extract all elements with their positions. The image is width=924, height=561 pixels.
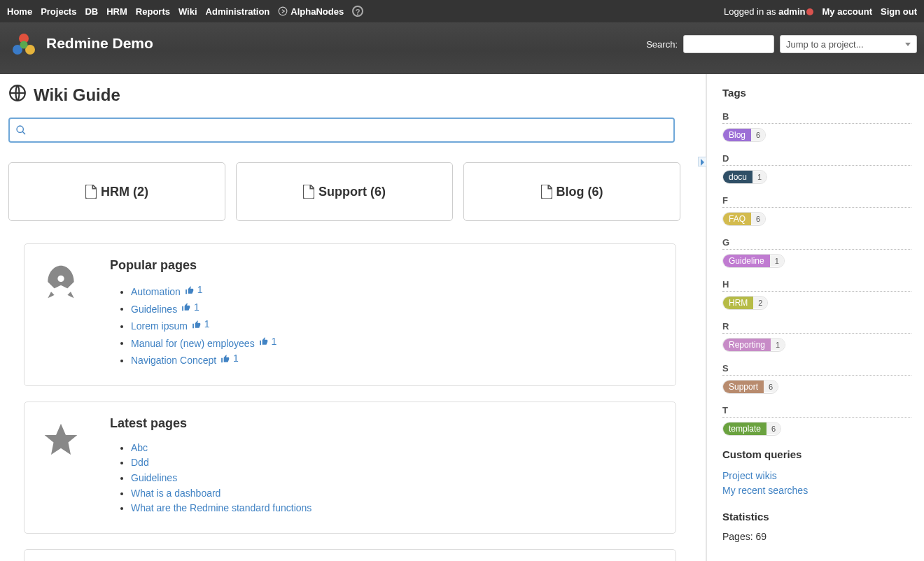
tag-name: docu <box>723 171 752 183</box>
tag-name: HRM <box>723 297 753 309</box>
sidebar-collapse-handle[interactable] <box>698 157 706 166</box>
page-title: Wiki Guide <box>8 84 692 106</box>
likes-count: 1 <box>204 317 210 332</box>
nav-projects[interactable]: Projects <box>41 6 76 17</box>
svg-point-4 <box>20 41 28 49</box>
statistics-pages: Pages: 69 <box>722 531 911 542</box>
nav-db[interactable]: DB <box>85 6 98 17</box>
page-link[interactable]: Manual for (new) employees <box>131 337 255 348</box>
nav-reports[interactable]: Reports <box>136 6 170 17</box>
likes: 1 <box>192 317 210 332</box>
panel-latest: Latest pages Abc Ddd Guidelines What is … <box>24 402 676 534</box>
user-status-dot-icon <box>806 8 813 15</box>
nav-hrm[interactable]: HRM <box>106 6 127 17</box>
logged-in-user[interactable]: admin <box>778 6 805 17</box>
tag-letter: R <box>722 317 911 334</box>
app-title[interactable]: Redmine Demo <box>46 35 153 52</box>
nav-sign-out[interactable]: Sign out <box>881 6 917 17</box>
tag-count: 6 <box>751 129 765 141</box>
popular-list: Automation 1 Guidelines 1 Lorem ipsum 1 … <box>110 283 276 369</box>
wiki-search-input[interactable] <box>27 119 668 141</box>
nav-my-account[interactable]: My account <box>822 6 872 17</box>
search-label: Search: <box>646 39 678 50</box>
panel-heading: Popular pages <box>110 258 276 273</box>
likes: 1 <box>220 351 239 367</box>
tag-pill[interactable]: FAQ6 <box>722 212 766 226</box>
tag-name: template <box>723 422 766 435</box>
svg-point-6 <box>17 126 23 132</box>
page-link[interactable]: Automation <box>131 286 181 297</box>
help-icon[interactable]: ? <box>352 6 363 17</box>
list-item: What are the Redmine standard functions <box>131 501 312 516</box>
custom-query-link[interactable]: My recent searches <box>722 485 808 496</box>
tag-pill[interactable]: template6 <box>722 422 781 436</box>
page-link[interactable]: Ddd <box>131 457 149 468</box>
global-search-input[interactable] <box>683 35 774 53</box>
list-item: Navigation Concept 1 <box>131 351 276 369</box>
tag-name: FAQ <box>723 213 751 225</box>
nav-home[interactable]: Home <box>7 6 32 17</box>
tag-letter: T <box>722 401 911 418</box>
tag-count: 2 <box>753 297 767 308</box>
page-link[interactable]: Guidelines <box>131 303 177 314</box>
page-link[interactable]: Lorem ipsum <box>131 320 188 332</box>
card-support[interactable]: Support (6) <box>236 162 453 221</box>
likes-count: 1 <box>194 300 200 315</box>
arrow-circle-icon <box>278 6 288 16</box>
rocket-icon <box>38 258 83 369</box>
card-label: HRM (2) <box>101 185 148 199</box>
list-item: Automation 1 <box>131 283 276 300</box>
page-link[interactable]: Navigation Concept <box>131 355 216 366</box>
nav-wiki[interactable]: Wiki <box>178 6 197 17</box>
chevron-down-icon <box>905 43 911 46</box>
thumbs-up-icon <box>185 285 195 295</box>
project-jump-select[interactable]: Jump to a project... <box>780 35 917 53</box>
tag-name: Support <box>723 381 764 393</box>
thumbs-up-icon <box>192 320 202 329</box>
tag-letter: D <box>722 149 911 166</box>
page-title-text: Wiki Guide <box>34 85 120 105</box>
page-icon <box>85 185 97 199</box>
wiki-search-box[interactable] <box>8 118 675 143</box>
nav-administration[interactable]: Administration <box>206 6 270 17</box>
tag-count: 1 <box>752 171 766 183</box>
list-item: Lorem ipsum 1 <box>131 317 276 334</box>
tag-pill[interactable]: Support6 <box>722 380 778 394</box>
tag-name: Guideline <box>723 255 770 267</box>
latest-list: Abc Ddd Guidelines What is a dashboard W… <box>110 441 312 516</box>
custom-query-link[interactable]: Project wikis <box>722 470 777 481</box>
tag-pill[interactable]: Blog6 <box>722 128 766 142</box>
category-cards: HRM (2) Support (6) Blog (6) <box>8 162 692 221</box>
custom-queries-list: Project wikis My recent searches <box>722 469 911 498</box>
sidebar: Tags BBlog6Ddocu1FFAQ6GGuideline1HHRM2RR… <box>707 74 924 561</box>
thumbs-up-icon <box>259 336 269 346</box>
tag-count: 6 <box>764 381 778 392</box>
card-hrm[interactable]: HRM (2) <box>8 162 225 221</box>
likes: 1 <box>181 300 200 315</box>
main-content: Wiki Guide HRM (2) Support (6) Blog (6) <box>0 74 707 561</box>
tag-pill[interactable]: Reporting1 <box>722 338 785 352</box>
tag-pill[interactable]: docu1 <box>722 170 767 184</box>
tag-pill[interactable]: HRM2 <box>722 296 768 310</box>
tag-letter: H <box>722 275 911 292</box>
nav-alphanodes[interactable]: AlphaNodes <box>278 6 344 17</box>
tag-pill[interactable]: Guideline1 <box>722 254 785 268</box>
card-label: Blog (6) <box>556 185 603 199</box>
likes: 1 <box>185 283 203 298</box>
page-link[interactable]: Guidelines <box>131 472 177 483</box>
thumbs-up-icon <box>181 302 191 312</box>
tag-letter: G <box>722 233 911 250</box>
page-link[interactable]: What is a dashboard <box>131 488 220 499</box>
card-blog[interactable]: Blog (6) <box>463 162 680 221</box>
page-link[interactable]: What are the Redmine standard functions <box>131 502 312 513</box>
panel-updated: Updated pages Abc Ddd Guidelines Wiki <box>24 549 676 561</box>
app-logo-icon[interactable] <box>10 31 38 59</box>
tag-letter: S <box>722 359 911 376</box>
list-item: What is a dashboard <box>131 486 312 502</box>
nav-alphanodes-label: AlphaNodes <box>290 6 344 17</box>
tag-letter: B <box>722 107 911 124</box>
tag-letter: F <box>722 191 911 208</box>
list-item: Guidelines 1 <box>131 300 276 318</box>
tag-count: 1 <box>770 255 784 267</box>
page-link[interactable]: Abc <box>131 442 148 453</box>
